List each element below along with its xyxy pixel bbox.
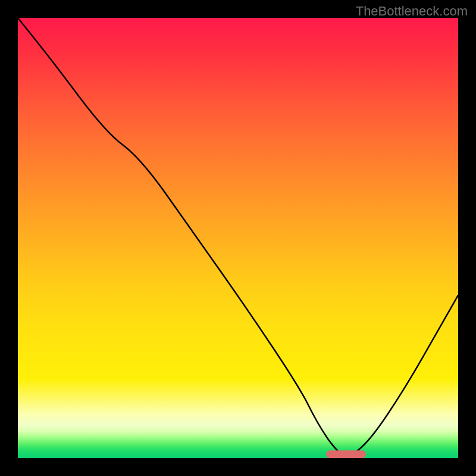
plot-area	[18, 18, 458, 458]
chart-container: TheBottleneck.com	[0, 0, 476, 476]
curve-svg	[18, 18, 458, 458]
optimal-marker	[326, 450, 366, 458]
watermark-text: TheBottleneck.com	[356, 4, 468, 19]
bottleneck-curve	[18, 18, 458, 455]
